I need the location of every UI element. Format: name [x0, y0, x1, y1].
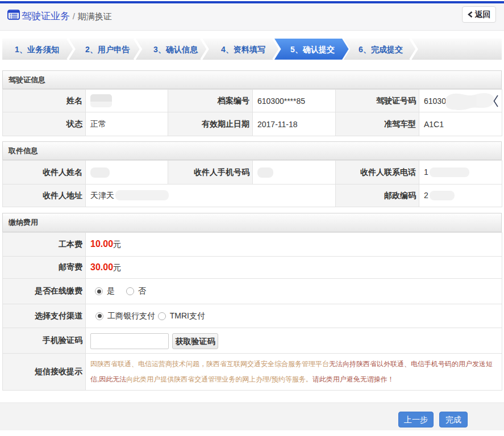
svg-text:5、确认提交: 5、确认提交 — [290, 45, 335, 54]
svg-text:4、资料填写: 4、资料填写 — [221, 45, 265, 54]
svg-text:2、用户申告: 2、用户申告 — [85, 45, 130, 54]
svg-text:3、确认信息: 3、确认信息 — [153, 45, 198, 54]
svg-text:1、业务须知: 1、业务须知 — [15, 45, 59, 54]
svg-text:6、完成提交: 6、完成提交 — [359, 45, 403, 54]
